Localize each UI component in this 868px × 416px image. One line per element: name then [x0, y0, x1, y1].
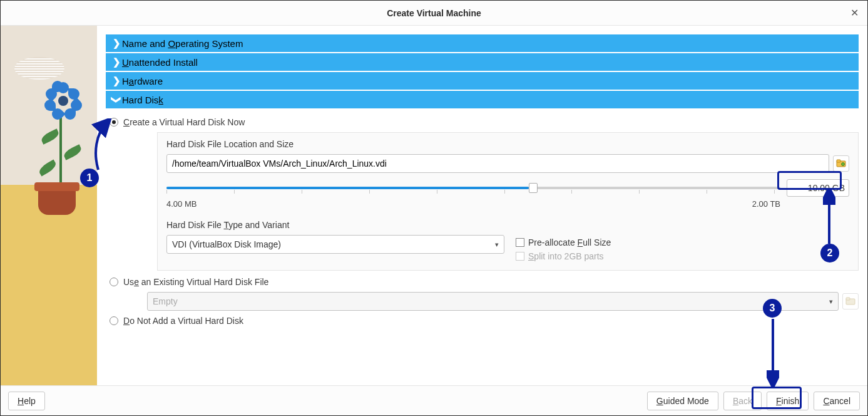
wizard-main: ❯ Name and Operating System ❯ Unattended…	[97, 26, 867, 385]
svg-rect-1	[837, 160, 840, 162]
accordion-name-os[interactable]: ❯ Name and Operating System	[106, 34, 859, 52]
guided-mode-button[interactable]: Guided Mode	[647, 392, 718, 410]
split-checkbox: Split into 2GB parts	[516, 251, 611, 261]
disk-size-value[interactable]: 10.00 GB	[787, 179, 849, 197]
accordion-harddisk[interactable]: ❯ Hard Disk	[106, 91, 859, 108]
create-disk-panel: Hard Disk File Location and Size	[157, 132, 859, 271]
folder-icon	[845, 296, 855, 306]
annotation-2-badge: 2	[820, 244, 839, 263]
disk-size-max: 2.00 TB	[752, 199, 780, 209]
checkbox-label: Split into 2GB parts	[528, 251, 604, 261]
existing-disk-combo: Empty ▾	[147, 292, 839, 311]
combo-value: Empty	[153, 296, 178, 306]
chevron-down-icon: ▾	[495, 241, 499, 249]
window: Create Virtual Machine ✕	[0, 0, 868, 416]
annotation-3-arrow	[767, 318, 779, 387]
type-variant-label: Hard Disk File Type and Variant	[166, 220, 849, 230]
location-size-label: Hard Disk File Location and Size	[166, 139, 849, 149]
radio-icon	[110, 278, 118, 286]
disk-type-combo[interactable]: VDI (VirtualBox Disk Image) ▾	[166, 235, 504, 254]
accordion-label: Name and Operating System	[122, 38, 243, 49]
radio-label: Create a Virtual Hard Disk Now	[123, 117, 245, 127]
wizard-sidebar-image	[1, 26, 97, 385]
chevron-down-icon: ❯	[111, 94, 122, 105]
radio-icon	[110, 316, 118, 325]
chevron-down-icon: ▾	[829, 298, 833, 306]
accordion-unattended[interactable]: ❯ Unattended Install	[106, 53, 859, 71]
annotation-1-badge: 1	[80, 169, 99, 187]
browse-button[interactable]	[833, 155, 849, 172]
accordion-hardware[interactable]: ❯ Hardware	[106, 72, 859, 90]
radio-create-disk[interactable]: Create a Virtual Hard Disk Now	[110, 117, 859, 127]
svg-point-2	[842, 163, 845, 166]
back-button: Back	[723, 392, 762, 410]
checkbox-icon	[516, 238, 524, 247]
chevron-right-icon: ❯	[111, 38, 122, 49]
checkbox-icon	[516, 252, 524, 261]
chevron-right-icon: ❯	[111, 75, 122, 86]
existing-browse-button	[842, 293, 859, 309]
annotation-1-arrow	[89, 118, 115, 172]
harddisk-section: Create a Virtual Hard Disk Now Hard Disk…	[106, 110, 859, 331]
close-icon[interactable]: ✕	[850, 7, 859, 19]
disk-path-input[interactable]	[166, 154, 829, 173]
disk-size-min: 4.00 MB	[166, 199, 197, 209]
radio-no-disk[interactable]: Do Not Add a Virtual Hard Disk	[110, 316, 859, 326]
finish-button[interactable]: Finish	[767, 392, 809, 410]
body: ❯ Name and Operating System ❯ Unattended…	[1, 26, 867, 385]
footer: Help Guided Mode Back Finish Cancel	[1, 385, 867, 415]
annotation-2-arrow	[823, 190, 835, 245]
radio-use-existing[interactable]: Use an Existing Virtual Hard Disk File	[110, 277, 859, 287]
chevron-right-icon: ❯	[111, 56, 122, 68]
disk-size-slider[interactable]	[166, 181, 780, 195]
cancel-button[interactable]: Cancel	[814, 392, 860, 410]
help-button[interactable]: Help	[8, 392, 45, 410]
svg-rect-4	[846, 298, 850, 300]
annotation-3-badge: 3	[763, 299, 782, 318]
radio-label: Do Not Add a Virtual Hard Disk	[123, 316, 243, 326]
preallocate-checkbox[interactable]: Pre-allocate Full Size	[516, 237, 611, 247]
window-title: Create Virtual Machine	[387, 8, 481, 18]
accordion-label: Hardware	[122, 76, 163, 86]
folder-icon	[836, 159, 846, 169]
accordion-label: Unattended Install	[122, 57, 198, 68]
accordion-label: Hard Disk	[122, 95, 163, 105]
combo-value: VDI (VirtualBox Disk Image)	[172, 239, 281, 249]
titlebar: Create Virtual Machine ✕	[1, 1, 867, 26]
checkbox-label: Pre-allocate Full Size	[528, 237, 611, 247]
radio-label: Use an Existing Virtual Hard Disk File	[123, 277, 268, 287]
